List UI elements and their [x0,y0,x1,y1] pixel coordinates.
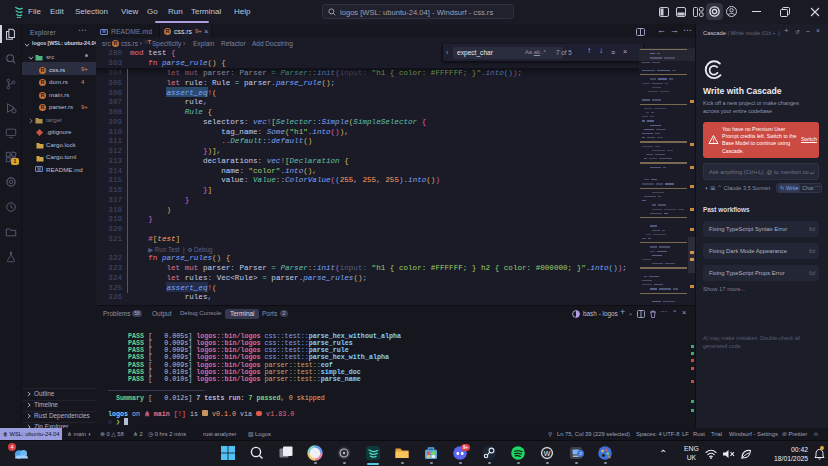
svg-text:W: W [544,450,551,457]
